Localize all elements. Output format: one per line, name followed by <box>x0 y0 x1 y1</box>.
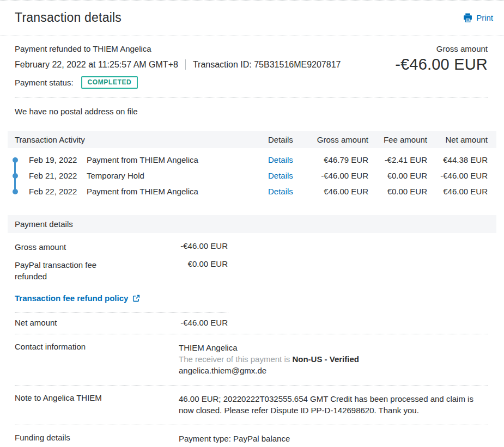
external-link-icon <box>132 295 140 302</box>
transaction-id: Transaction ID: 75B31516ME9207817 <box>193 60 341 70</box>
summary-section: Payment refunded to THIEM Angelica Febru… <box>0 35 504 89</box>
receiver-status: Non-US - Verified <box>292 354 359 364</box>
column-header-details: Details <box>268 135 306 144</box>
payment-detail-row: Gross amount -€46.00 EUR <box>15 241 504 253</box>
net-amount-row: Net amount -€46.00 EUR <box>0 318 504 327</box>
refund-line: Payment refunded to THIEM Angelica <box>15 44 341 53</box>
date-row: February 22, 2022 at 11:25:57 AM GMT+8 T… <box>15 59 341 70</box>
note-section: Note to Angelica THIEM 46.00 EUR; 202202… <box>0 385 504 425</box>
column-header-gross: Gross amount <box>306 135 372 144</box>
divider <box>15 312 228 313</box>
net-amount-label: Net amount <box>15 318 124 327</box>
print-button[interactable]: Print <box>463 13 493 22</box>
page-header: Transaction details Print <box>0 1 504 35</box>
row-fee: €0.00 EUR <box>372 171 430 180</box>
net-amount-value: -€46.00 EUR <box>124 318 228 327</box>
contact-information-label: Contact information <box>15 342 179 376</box>
timeline-dot-icon <box>8 189 23 194</box>
transaction-details-page: Transaction details Print Payment refund… <box>0 0 504 447</box>
summary-right: Gross amount -€46.00 EUR <box>395 44 488 89</box>
row-description: Temporary Hold <box>87 171 144 180</box>
note-label: Note to Angelica THIEM <box>15 393 179 416</box>
table-row: Feb 19, 2022 Payment from THIEM Angelica… <box>8 152 496 168</box>
vertical-separator <box>185 59 186 70</box>
row-net: -€46.00 EUR <box>430 171 496 180</box>
postal-note: We have no postal address on file <box>0 97 504 116</box>
fee-refund-policy-link[interactable]: Transaction fee refund policy <box>0 289 504 303</box>
contact-information-value: THIEM Angelica The receiver of this paym… <box>179 342 488 376</box>
policy-link-label: Transaction fee refund policy <box>15 293 128 303</box>
payment-detail-row: PayPal transaction fee refunded €0.00 EU… <box>15 259 504 282</box>
contact-information-section: Contact information THIEM Angelica The r… <box>0 334 504 385</box>
contact-email: angelica.thiem@gmx.de <box>179 365 488 376</box>
table-row: Feb 22, 2022 Payment from THIEM Angelica… <box>8 183 496 199</box>
activity-cell: Feb 22, 2022 Payment from THIEM Angelica <box>8 187 268 196</box>
detail-label: PayPal transaction fee refunded <box>15 259 124 282</box>
print-label: Print <box>476 13 493 22</box>
detail-value: -€46.00 EUR <box>124 241 228 253</box>
funding-details-value: Payment type: PayPal balance Payment met… <box>179 433 488 447</box>
gross-amount-label: Gross amount <box>395 44 488 53</box>
status-row: Payment status: COMPLETED <box>15 76 341 89</box>
receiver-line: The receiver of this payment is Non-US -… <box>179 353 488 365</box>
column-header-net: Net amount <box>430 135 496 144</box>
column-header-activity: Transaction Activity <box>8 135 268 144</box>
details-link[interactable]: Details <box>268 155 293 164</box>
row-date: Feb 21, 2022 <box>23 171 87 180</box>
row-gross: €46.79 EUR <box>306 155 372 164</box>
gross-amount-value: -€46.00 EUR <box>395 56 488 74</box>
activity-cell: Feb 19, 2022 Payment from THIEM Angelica <box>8 155 268 164</box>
column-header-fee: Fee amount <box>372 135 430 144</box>
payment-details-rows: Gross amount -€46.00 EUR PayPal transact… <box>0 233 504 282</box>
payment-type: Payment type: PayPal balance <box>179 433 488 444</box>
contact-name: THIEM Angelica <box>179 342 488 353</box>
timeline-dot-icon <box>8 173 23 179</box>
row-gross: -€46.00 EUR <box>306 171 372 180</box>
table-header-row: Transaction Activity Details Gross amoun… <box>8 131 496 148</box>
row-description: Payment from THIEM Angelica <box>87 187 198 196</box>
row-date: Feb 19, 2022 <box>23 155 87 164</box>
transaction-date: February 22, 2022 at 11:25:57 AM GMT+8 <box>15 60 178 70</box>
row-net: €46.00 EUR <box>430 187 496 196</box>
activity-cell: Feb 21, 2022 Temporary Hold <box>8 171 268 180</box>
payment-status-label: Payment status: <box>15 78 74 87</box>
printer-icon <box>463 13 472 22</box>
row-net: €44.38 EUR <box>430 155 496 164</box>
payment-details-header: Payment details <box>8 215 496 233</box>
page-title: Transaction details <box>15 10 122 25</box>
payment-method: Payment method: -€46.00 EUR - PayPal acc… <box>179 444 488 447</box>
timeline-dot-icon <box>8 157 23 163</box>
details-link[interactable]: Details <box>268 171 293 180</box>
funding-details-label: Funding details <box>15 433 179 447</box>
receiver-prefix: The receiver of this payment is <box>179 354 292 364</box>
detail-label: Gross amount <box>15 241 124 253</box>
note-text: 46.00 EUR; 20220222T032555.654 GMT Credi… <box>179 393 488 416</box>
row-description: Payment from THIEM Angelica <box>87 155 198 164</box>
table-rows: Feb 19, 2022 Payment from THIEM Angelica… <box>8 148 496 199</box>
transaction-activity-table: Transaction Activity Details Gross amoun… <box>8 131 496 199</box>
row-date: Feb 22, 2022 <box>23 187 87 196</box>
summary-left: Payment refunded to THIEM Angelica Febru… <box>15 44 341 89</box>
details-link[interactable]: Details <box>268 187 293 196</box>
funding-details-section: Funding details Payment type: PayPal bal… <box>0 425 504 447</box>
table-row: Feb 21, 2022 Temporary Hold Details -€46… <box>8 168 496 183</box>
row-fee: €0.00 EUR <box>372 187 430 196</box>
status-badge: COMPLETED <box>81 76 138 89</box>
row-gross: €46.00 EUR <box>306 187 372 196</box>
detail-value: €0.00 EUR <box>124 259 228 282</box>
row-fee: -€2.41 EUR <box>372 155 430 164</box>
